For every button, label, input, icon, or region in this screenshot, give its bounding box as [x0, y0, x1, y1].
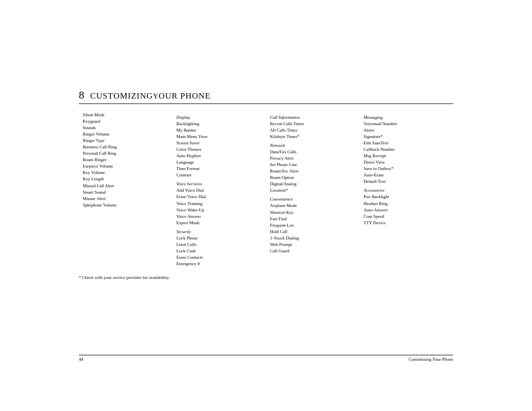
menu-item: Lock Code — [176, 248, 262, 254]
menu-item: Auto-Hyphen — [176, 153, 262, 159]
menu-item: Contrast — [176, 172, 262, 178]
menu-column-1: Silent Mode Keyguard Sounds Ringer Volum… — [79, 110, 172, 269]
menu-item: Roam Option — [270, 174, 356, 181]
menu-item: Hold Call — [270, 229, 356, 235]
menu-item: Fast Find — [270, 216, 356, 222]
menu-item: Screen Saver — [176, 140, 262, 146]
page: 8 CustomizingYour Phone Silent Mode Keyg… — [0, 0, 532, 411]
menu-item: Shortcut Key — [270, 209, 356, 216]
menu-item: Color Themes — [176, 146, 262, 153]
menu-item: Alerts — [364, 127, 449, 134]
menu-item: Missed Call Alert — [83, 183, 168, 189]
section-header-voice-services: Voice Services — [176, 181, 202, 186]
menu-item: Key Length — [83, 176, 168, 182]
menu-item: Sounds — [83, 125, 168, 131]
menu-item: Language — [176, 159, 262, 166]
menu-item: Ringer Type — [83, 137, 168, 144]
menu-item: Silent Mode — [83, 112, 168, 118]
menu-item: Emergency # — [176, 261, 262, 267]
footer-chapter-name: Customizing Your Phone — [409, 357, 453, 362]
menu-item: Kilobyte Timer* — [270, 134, 356, 140]
menu-item: Callback Number — [364, 146, 449, 153]
menu-item: Business Call Ring — [83, 144, 168, 150]
menu-item: Auto-Erase — [364, 172, 449, 178]
menu-item: Recent Calls Timer — [270, 121, 356, 127]
menu-item: Set Phone Line — [270, 162, 356, 168]
section-header-call-information: Call Information — [270, 115, 300, 120]
chapter-number: 8 — [79, 89, 84, 102]
footer-page-number: 44 — [79, 357, 83, 362]
section-header-network: Network — [270, 143, 285, 148]
menu-item: Voicemail Number — [364, 121, 449, 127]
menu-item: Erase Voice Dial — [176, 194, 262, 200]
menu-item: Limit Calls — [176, 241, 262, 248]
chapter-heading: 8 CustomizingYour Phone — [79, 89, 453, 104]
menu-item: My Banner — [176, 127, 262, 134]
menu-item: Voice Training — [176, 201, 262, 207]
menu-item: Key Volume — [83, 170, 168, 176]
menu-item: Edit AutoText — [364, 140, 449, 146]
menu-item: Earpiece Volume — [83, 163, 168, 170]
menu-item: Voice Wake-Up — [176, 207, 262, 213]
menu-table: Silent Mode Keyguard Sounds Ringer Volum… — [79, 110, 453, 269]
menu-item: Location* — [270, 187, 356, 194]
menu-item: Web Prompt — [270, 241, 356, 248]
menu-item: Main Menu View — [176, 134, 262, 140]
menu-item: Time Format — [176, 166, 262, 172]
chapter-title: CustomizingYour Phone — [90, 91, 211, 101]
menu-item: Voice Answer — [176, 213, 262, 220]
menu-item: Ringer Volume — [83, 131, 168, 137]
menu-item: Erase Contacts — [176, 254, 262, 261]
menu-column-3: Call Information Recent Calls Timer All … — [266, 110, 360, 269]
menu-item: Digital/Analog — [270, 181, 356, 187]
section-header-accessories: Accessories — [364, 188, 385, 193]
section-header-messaging: Messaging — [364, 115, 383, 120]
section-header-display: Display — [176, 115, 190, 120]
menu-item: TTY Device — [364, 220, 449, 226]
menu-item: Call Guard — [270, 248, 356, 254]
menu-item: Roam/Svc Alert — [270, 168, 356, 174]
menu-item: Personal Call Ring — [83, 150, 168, 157]
menu-item: Headset Ring — [364, 201, 449, 207]
content-area: 8 CustomizingYour Phone Silent Mode Keyg… — [79, 89, 453, 280]
menu-item: Expert Mode — [176, 220, 262, 226]
menu-item: Direct View — [364, 159, 449, 166]
menu-item: Add Voice Dial — [176, 187, 262, 194]
footnote: * Check with your service provider for a… — [79, 275, 453, 280]
menu-item: Lock Phone — [176, 235, 262, 241]
section-header-convenience: Convenience — [270, 197, 293, 202]
menu-item: Default Text — [364, 178, 449, 185]
menu-item: 1-Touch Dialing — [270, 235, 356, 241]
menu-item: Msg Receipt — [364, 153, 449, 159]
menu-column-2: Display Backlighting My Banner Main Menu… — [172, 110, 266, 269]
menu-column-4: Messaging Voicemail Number Alerts Signat… — [360, 110, 453, 269]
menu-item: Roam Ringer — [83, 157, 168, 163]
menu-item: Pwr Backlight — [364, 194, 449, 200]
menu-item: Data/Fax Calls — [270, 149, 356, 155]
menu-item: Minute Alert — [83, 196, 168, 202]
menu-item: Com Speed — [364, 213, 449, 220]
menu-item: Save to Outbox* — [364, 166, 449, 172]
menu-item: Airplane Mode — [270, 203, 356, 209]
menu-item: Privacy Alert — [270, 155, 356, 162]
menu-item: All Calls Timer — [270, 127, 356, 134]
menu-item: Auto-Answer — [364, 207, 449, 213]
menu-item: Backlighting — [176, 121, 262, 127]
footer-bar: 44 Customizing Your Phone — [79, 355, 453, 362]
menu-item: Frequent List — [270, 222, 356, 229]
menu-item: Spkrphone Volume — [83, 202, 168, 208]
menu-item: Signature* — [364, 134, 449, 140]
menu-item: Keyguard — [83, 118, 168, 125]
menu-item: Smart Sound — [83, 189, 168, 196]
section-header-security: Security — [176, 229, 191, 234]
